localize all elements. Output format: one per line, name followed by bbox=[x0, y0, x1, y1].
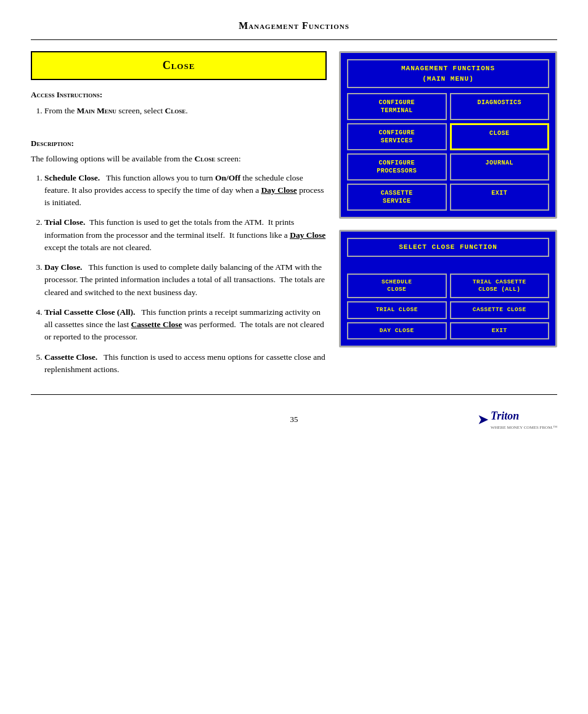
cassette-close-ref: Cassette Close bbox=[131, 320, 182, 329]
list-item-3: Day Close. This function is used to comp… bbox=[44, 261, 327, 299]
atm-screen-select-close: SELECT CLOSE FUNCTION SCHEDULECLOSE TRIA… bbox=[339, 230, 557, 347]
day-close-label: Day Close. bbox=[44, 262, 83, 272]
atm-btn-configure-services[interactable]: CONFIGURESERVICES bbox=[347, 123, 447, 150]
trial-cassette-close-label: Trial Cassette Close (All). bbox=[44, 307, 135, 317]
atm-main-menu-title: MANAGEMENT FUNCTIONS (MAIN MENU) bbox=[347, 59, 549, 88]
atm-btn-configure-processors[interactable]: CONFIGUREPROCESSORS bbox=[347, 153, 447, 181]
atm-btn-close[interactable]: CLOSE bbox=[450, 123, 550, 150]
access-instructions-heading: Access Instructions: bbox=[31, 89, 327, 101]
atm-btn-configure-terminal[interactable]: CONFIGURETERMINAL bbox=[347, 93, 447, 120]
features-list: Schedule Close. This function allows you… bbox=[31, 172, 327, 376]
access-instructions-list: From the Main Menu screen, select Close. bbox=[31, 105, 327, 117]
triton-icon: ➤ bbox=[478, 410, 488, 429]
right-column: MANAGEMENT FUNCTIONS (MAIN MENU) CONFIGU… bbox=[339, 51, 557, 383]
day-close-ref-2: Day Close bbox=[290, 230, 325, 240]
atm-btn-cassette-close[interactable]: CASSETTE CLOSE bbox=[450, 301, 550, 318]
trial-close-label: Trial Close. bbox=[44, 217, 86, 227]
top-divider bbox=[31, 39, 557, 40]
access-step-text: From the Main Menu screen, select Close. bbox=[44, 106, 188, 115]
cassette-close-label: Cassette Close. bbox=[44, 352, 97, 362]
atm-btn-exit-close[interactable]: EXIT bbox=[450, 322, 550, 339]
list-item-1: Schedule Close. This function allows you… bbox=[44, 172, 327, 209]
atm-btn-trial-cassette-close[interactable]: TRIAL CASSETTECLOSE (ALL) bbox=[450, 274, 550, 299]
content-area: Close Access Instructions: From the Main… bbox=[31, 51, 557, 383]
schedule-close-label: Schedule Close. bbox=[44, 173, 100, 182]
atm-btn-cassette-service[interactable]: CASSETTESERVICE bbox=[347, 184, 447, 211]
atm-btn-journal[interactable]: JOURNAL bbox=[450, 153, 550, 181]
atm-select-close-grid: SCHEDULECLOSE TRIAL CASSETTECLOSE (ALL) … bbox=[347, 261, 549, 339]
close-ref: Close bbox=[165, 106, 186, 115]
atm-select-close-title: SELECT CLOSE FUNCTION bbox=[347, 238, 549, 257]
atm-btn-exit-main[interactable]: EXIT bbox=[450, 184, 550, 211]
close-header-box: Close bbox=[31, 51, 327, 80]
access-step-1: From the Main Menu screen, select Close. bbox=[44, 105, 327, 117]
atm-btn-trial-close[interactable]: TRIAL CLOSE bbox=[347, 301, 447, 318]
triton-logo-group: Triton WHERE MONEY COMES FROM.™ bbox=[491, 408, 557, 431]
description-heading: Description: bbox=[31, 137, 327, 150]
triton-logo-text: Triton bbox=[491, 408, 557, 424]
atm-btn-diagnostics[interactable]: DIAGNOSTICS bbox=[450, 93, 550, 120]
triton-logo-tagline: WHERE MONEY COMES FROM.™ bbox=[491, 424, 557, 431]
close-inline-ref: Close bbox=[194, 154, 215, 163]
atm-screen-main-menu: MANAGEMENT FUNCTIONS (MAIN MENU) CONFIGU… bbox=[339, 51, 557, 219]
atm-btn-day-close[interactable]: DAY CLOSE bbox=[347, 322, 447, 339]
list-item-4: Trial Cassette Close (All). This functio… bbox=[44, 306, 327, 344]
atm-main-menu-grid: CONFIGURETERMINAL DIAGNOSTICS CONFIGURES… bbox=[347, 93, 549, 211]
bottom-divider bbox=[31, 394, 557, 395]
on-off-ref: On/Off bbox=[215, 173, 240, 182]
atm-btn-schedule-close[interactable]: SCHEDULECLOSE bbox=[347, 274, 447, 299]
day-close-ref-1: Day Close bbox=[261, 185, 297, 195]
triton-logo: ➤ Triton WHERE MONEY COMES FROM.™ bbox=[478, 408, 557, 431]
list-item-5: Cassette Close. This function is used to… bbox=[44, 351, 327, 376]
page-title: Management Functions bbox=[31, 18, 557, 33]
list-item-2: Trial Close. This function is used to ge… bbox=[44, 216, 327, 254]
main-menu-ref: Main Menu bbox=[77, 106, 116, 115]
page-footer: 35 ➤ Triton WHERE MONEY COMES FROM.™ bbox=[31, 413, 557, 426]
description-intro: The following options will be available … bbox=[31, 153, 327, 165]
left-column: Close Access Instructions: From the Main… bbox=[31, 51, 327, 383]
